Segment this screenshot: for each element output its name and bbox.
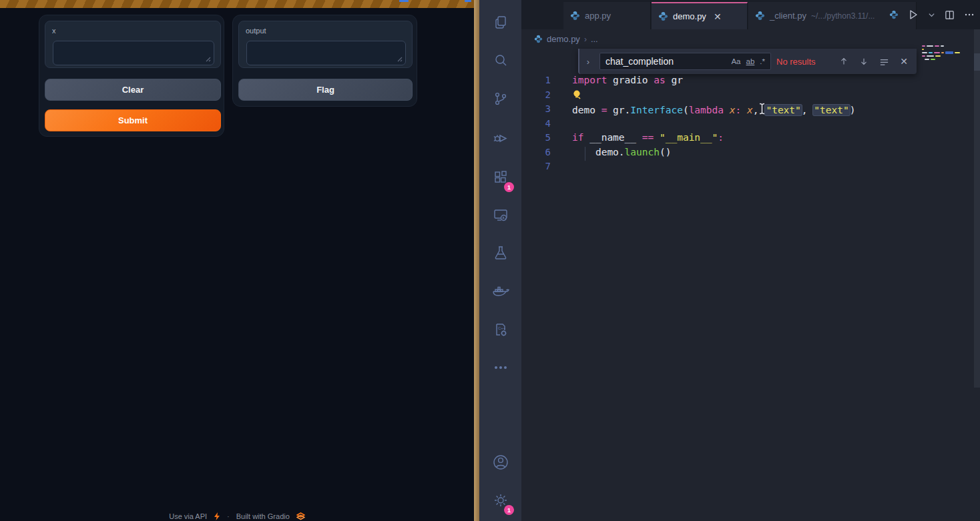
quick-fix-lightbulb[interactable] <box>572 89 582 102</box>
extensions-badge: 1 <box>504 182 514 192</box>
toggle-replace-chevron-icon[interactable]: › <box>582 57 594 67</box>
sidebar-item-more[interactable] <box>479 352 521 384</box>
find-query-text[interactable]: chat_completion <box>605 56 728 67</box>
code-line[interactable]: demo = gr.Interface(lambda x: x,"text", … <box>572 103 967 118</box>
code-token: ) <box>850 105 856 115</box>
match-case-toggle[interactable]: Aa <box>728 56 743 67</box>
code-token: gr. <box>607 105 630 115</box>
code-token: Interface <box>630 105 683 115</box>
code-token: : <box>735 105 741 115</box>
sidebar-item-cpp-tools[interactable]: C++ <box>479 314 521 346</box>
find-input[interactable]: chat_completion Aa ab .* <box>599 53 771 70</box>
lightning-icon <box>214 512 220 520</box>
file-gear-icon: C++ <box>493 322 509 338</box>
whole-word-toggle[interactable]: ab <box>744 56 758 67</box>
code-token: "text" <box>764 104 802 116</box>
code-line[interactable]: demo.launch() <box>572 147 967 161</box>
svg-text:C++: C++ <box>498 326 506 330</box>
mouse-text-cursor <box>758 103 765 117</box>
tab-bar: app.py demo.py ✕ _client.py ~/.../python… <box>521 0 980 29</box>
explorer-icon <box>493 15 509 31</box>
line-number: 6 <box>533 147 551 161</box>
sidebar-item-extensions[interactable]: 1 <box>479 161 521 193</box>
flag-button[interactable]: Flag <box>238 79 413 101</box>
title-bar-blue-fragment <box>465 0 471 2</box>
sidebar-item-remote-explorer[interactable] <box>479 199 521 231</box>
window-divider[interactable] <box>474 0 479 521</box>
striped-title-bar <box>0 0 474 8</box>
code-line[interactable]: import gradio as gr <box>572 75 967 89</box>
code-token <box>724 105 730 115</box>
editor-scrollbar[interactable] <box>974 29 980 388</box>
docker-icon <box>491 284 510 300</box>
previous-match-button[interactable] <box>836 57 851 66</box>
breadcrumb-file[interactable]: demo.py <box>547 34 580 44</box>
sidebar-item-run-debug[interactable] <box>479 122 521 154</box>
find-in-selection-button[interactable] <box>877 57 891 67</box>
ellipsis-icon <box>493 360 509 376</box>
submit-button[interactable]: Submit <box>45 109 221 131</box>
code-token: == <box>642 132 654 143</box>
tab-path-description: ~/.../python3.11/... <box>811 11 875 21</box>
code-token <box>654 132 660 143</box>
sidebar-item-settings[interactable]: 1 <box>479 484 521 516</box>
python-interpreter-icon[interactable] <box>889 10 899 19</box>
python-icon <box>755 11 765 21</box>
output-textarea[interactable] <box>246 41 406 65</box>
lightbulb-icon[interactable] <box>572 89 582 100</box>
code-token: demo <box>572 105 601 115</box>
title-bar-blue-fragment <box>399 0 409 2</box>
sidebar-item-search[interactable] <box>479 45 521 77</box>
code-line[interactable] <box>572 118 967 133</box>
line-number: 4 <box>533 118 551 133</box>
code-token: gradio <box>607 75 654 85</box>
run-dropdown-chevron-icon[interactable] <box>928 11 935 19</box>
gutter: 1234567 <box>533 75 551 175</box>
gradio-footer: Use via API · Built with Gradio <box>0 512 474 521</box>
footer-separator: · <box>227 512 230 520</box>
code-lines: import gradio as grdemo = gr.Interface(l… <box>572 75 967 175</box>
code-token: import <box>572 75 607 85</box>
use-via-api-link[interactable]: Use via API <box>169 512 207 520</box>
sidebar-item-explorer[interactable] <box>479 7 521 39</box>
line-number: 5 <box>533 132 551 147</box>
sidebar-item-account[interactable] <box>479 446 521 478</box>
line-number: 7 <box>533 161 551 175</box>
code-token: ( <box>683 105 689 115</box>
breadcrumb[interactable]: demo.py › ... <box>521 29 980 49</box>
gradio-logo-icon <box>296 512 305 520</box>
run-debug-icon <box>492 129 509 147</box>
more-actions-button[interactable] <box>964 9 975 20</box>
close-find-button[interactable]: ✕ <box>897 56 911 67</box>
code-token: demo. <box>572 147 625 157</box>
sidebar-item-testing[interactable] <box>479 237 521 269</box>
code-line[interactable]: if __name__ == "__main__": <box>572 132 967 147</box>
code-token: __name__ <box>583 132 642 143</box>
search-icon <box>493 53 509 69</box>
sidebar-item-docker[interactable] <box>479 276 521 308</box>
code-token <box>741 105 747 115</box>
beaker-icon <box>493 245 509 261</box>
code-line[interactable] <box>572 161 967 175</box>
code-line[interactable] <box>572 89 967 104</box>
tab-app-py[interactable]: app.py <box>563 2 651 29</box>
clear-button[interactable]: Clear <box>45 79 221 101</box>
regex-toggle[interactable]: .* <box>757 56 768 67</box>
code-token: , <box>753 105 759 115</box>
input-textbox-block: x <box>45 21 221 68</box>
scrollbar-slider[interactable] <box>974 53 980 71</box>
code-token: as <box>654 75 665 85</box>
tab-demo-py[interactable]: demo.py ✕ <box>652 2 748 29</box>
sidebar-item-source-control[interactable] <box>479 83 521 115</box>
built-with-gradio-link[interactable]: Built with Gradio <box>236 512 290 520</box>
source-control-icon <box>493 91 509 107</box>
input-panel: x Clear Submit <box>39 15 224 137</box>
tab-close-icon[interactable]: ✕ <box>714 11 722 22</box>
breadcrumb-more[interactable]: ... <box>591 34 598 44</box>
next-match-button[interactable] <box>856 57 871 66</box>
minimap[interactable] <box>922 45 972 61</box>
vscode-window: 1 <box>479 0 980 521</box>
run-file-button[interactable] <box>908 9 919 20</box>
split-editor-button[interactable] <box>945 10 955 20</box>
input-textarea[interactable] <box>53 41 214 65</box>
